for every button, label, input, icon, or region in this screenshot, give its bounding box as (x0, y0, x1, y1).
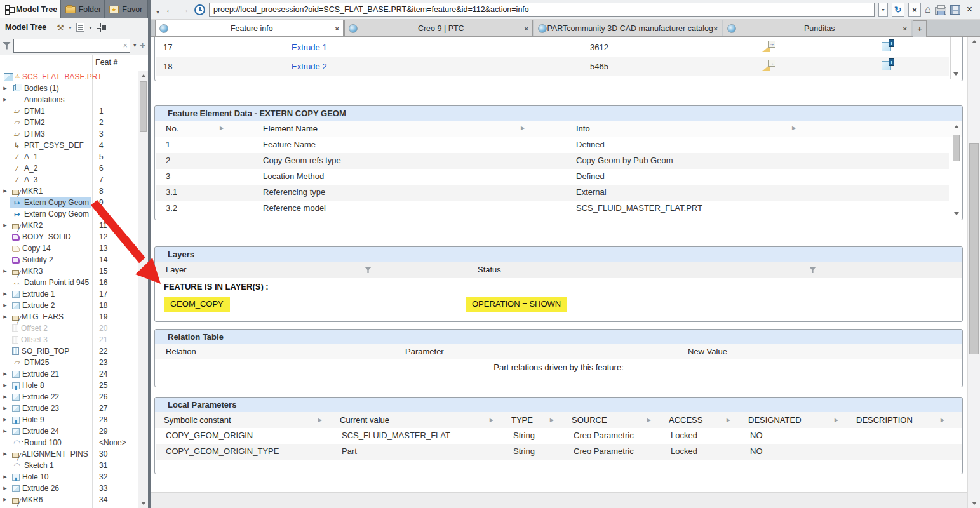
filter-flag-icon[interactable]: ▶ (318, 417, 322, 423)
tree-item[interactable]: ▶ MTG_EARS 19 (0, 311, 137, 323)
tree-item-main[interactable]: A_1 (10, 152, 39, 162)
filter-funnel-icon[interactable] (809, 267, 816, 273)
filter-flag-icon[interactable]: ▶ (521, 125, 525, 131)
stop-button[interactable]: × (908, 3, 921, 17)
tree-item-main[interactable]: DTM1 (10, 106, 47, 116)
tree-item-main[interactable]: A_2 (10, 163, 39, 173)
tree-item[interactable]: Offset 3 21 (0, 334, 137, 345)
tree-item[interactable]: Datum Point id 945 16 (0, 277, 137, 288)
feature-link[interactable]: Extrude 2 (292, 62, 327, 71)
tree-item[interactable]: ▶ Annotations (0, 94, 137, 105)
tree-item[interactable]: Offset 2 20 (0, 323, 137, 334)
tree-item[interactable]: DTM25 23 (0, 357, 137, 368)
filter-flag-icon[interactable]: ▶ (941, 417, 944, 423)
feature-info-action-icon[interactable] (762, 62, 774, 71)
expand-arrow-icon[interactable]: ▶ (0, 383, 10, 388)
tree-item-main[interactable]: DTM3 (10, 129, 47, 139)
tree-item-main[interactable]: PRT_CSYS_DEF (10, 140, 86, 150)
expand-arrow-icon[interactable]: ▶ (0, 406, 10, 411)
tree-item-main[interactable]: Solidify 2 (10, 255, 55, 265)
tree-item[interactable]: Extern Copy Geom 9 (0, 197, 137, 208)
home-icon[interactable]: ⌂ (925, 4, 931, 15)
expand-arrow-icon[interactable]: ▶ (0, 291, 10, 297)
tree-item-main[interactable]: DTM25 (10, 358, 51, 368)
url-dropdown-caret[interactable]: ▼ (878, 3, 888, 17)
tree-item[interactable]: PRT_CSYS_DEF 4 (0, 140, 137, 151)
tab-close-icon[interactable]: × (525, 25, 528, 32)
filter-flag-icon[interactable]: ▶ (550, 417, 554, 423)
tree-settings-caret[interactable]: ▼ (68, 25, 72, 30)
tree-item-main[interactable]: SO_RIB_TOP (10, 346, 71, 356)
scroll-down-icon[interactable] (953, 72, 958, 76)
tree-scrollbar[interactable] (138, 71, 148, 508)
tree-item-main[interactable]: Datum Point id 945 (10, 277, 91, 288)
filter-flag-icon[interactable]: ▶ (220, 125, 224, 131)
tree-item-main[interactable]: Offset 3 (10, 335, 50, 345)
feat-number-column-header[interactable]: Feat # (95, 58, 117, 67)
add-filter-icon[interactable]: + (140, 40, 145, 51)
tree-item-main[interactable]: Hole 9 (10, 415, 46, 425)
tree-item-main[interactable]: Annotations (10, 95, 66, 105)
feature-info-action-icon[interactable] (762, 43, 774, 52)
filter-funnel-icon[interactable] (3, 42, 11, 50)
expand-arrow-icon[interactable]: ▶ (0, 189, 10, 194)
print-icon[interactable] (935, 7, 946, 15)
expand-arrow-icon[interactable]: ▶ (0, 86, 10, 91)
filter-flag-icon[interactable]: ▶ (792, 125, 796, 131)
tree-item-main[interactable]: BODY_SOLID (10, 232, 73, 242)
scroll-down-icon[interactable] (954, 212, 959, 215)
tree-item-main[interactable]: A_3 (10, 175, 39, 185)
tree-columns-caret[interactable]: ▼ (88, 25, 93, 30)
tree-item-main[interactable]: DTM2 (10, 117, 47, 128)
expand-arrow-icon[interactable]: ▶ (0, 429, 10, 434)
tree-item[interactable]: Sketch 1 31 (0, 460, 137, 471)
tree-item-main[interactable]: MKR3 (10, 266, 44, 276)
scroll-down-icon[interactable] (972, 502, 977, 505)
filter-flag-icon[interactable]: ▶ (490, 417, 493, 423)
panel-tab[interactable]: Folder (61, 0, 104, 18)
tree-item-main[interactable]: Extrude 23 (10, 403, 61, 413)
tree-item[interactable]: DTM2 2 (0, 117, 137, 128)
tree-item[interactable]: ▶ Extrude 1 17 (0, 288, 137, 300)
filter-flag-icon[interactable]: ▶ (727, 417, 730, 423)
tree-item[interactable]: Solidify 2 14 (0, 254, 137, 265)
history-icon[interactable] (194, 4, 205, 15)
tree-item-main[interactable]: Bodies (1) (10, 83, 61, 93)
tree-item[interactable]: DTM1 1 (0, 105, 137, 117)
tree-item-main[interactable]: Round 100 (10, 438, 64, 448)
panel-tab[interactable]: Model Tree (0, 0, 60, 18)
tree-item[interactable]: ▶ MKR1 8 (0, 185, 137, 197)
tree-item-main[interactable]: Extrude 26 (10, 483, 61, 493)
expand-arrow-icon[interactable]: ▶ (0, 97, 10, 102)
tree-item-main[interactable]: Extrude 2 (10, 300, 57, 311)
tree-settings-icon[interactable] (57, 23, 64, 32)
expand-arrow-icon[interactable]: ▶ (0, 451, 10, 457)
expand-arrow-icon[interactable]: ▶ (0, 371, 10, 377)
tree-item[interactable]: ▶ Hole 10 32 (0, 471, 137, 483)
expand-arrow-icon[interactable]: ▶ (0, 417, 10, 422)
save-icon[interactable] (950, 5, 960, 15)
object-info-icon[interactable] (882, 42, 891, 51)
filter-funnel-icon[interactable] (365, 267, 372, 273)
tree-item-main[interactable]: SCS_FLAT_BASE.PRT (2, 72, 104, 82)
tree-item-main[interactable]: Sketch 1 (10, 460, 56, 471)
tree-item[interactable]: SCS_FLAT_BASE.PRT (0, 71, 137, 83)
forward-button[interactable]: → (179, 4, 191, 15)
tree-item[interactable]: Extern Copy Geom 10 (0, 208, 137, 220)
expand-arrow-icon[interactable]: ▶ (0, 474, 10, 479)
scroll-up-icon[interactable] (972, 40, 977, 43)
tree-item[interactable]: A_2 6 (0, 163, 137, 174)
tree-item[interactable]: ▶ Extrude 21 24 (0, 368, 137, 380)
tree-item-main[interactable]: MKR1 (10, 186, 44, 196)
new-tab-button[interactable]: + (913, 20, 927, 37)
tree-item[interactable]: ▶ Bodies (1) (0, 83, 137, 94)
expand-arrow-icon[interactable]: ▶ (0, 497, 10, 502)
scrollbar-thumb[interactable] (969, 143, 979, 354)
browser-tab[interactable]: Creo 9 | PTC × (344, 20, 533, 36)
tree-item-main[interactable]: Extern Copy Geom (10, 209, 91, 219)
scroll-up-icon[interactable] (141, 74, 146, 77)
tree-search-input[interactable] (14, 39, 130, 52)
feature-link[interactable]: Extrude 1 (292, 43, 327, 52)
tree-item[interactable]: Round 100 <None> (0, 437, 137, 448)
tree-columns-icon[interactable] (76, 23, 84, 32)
